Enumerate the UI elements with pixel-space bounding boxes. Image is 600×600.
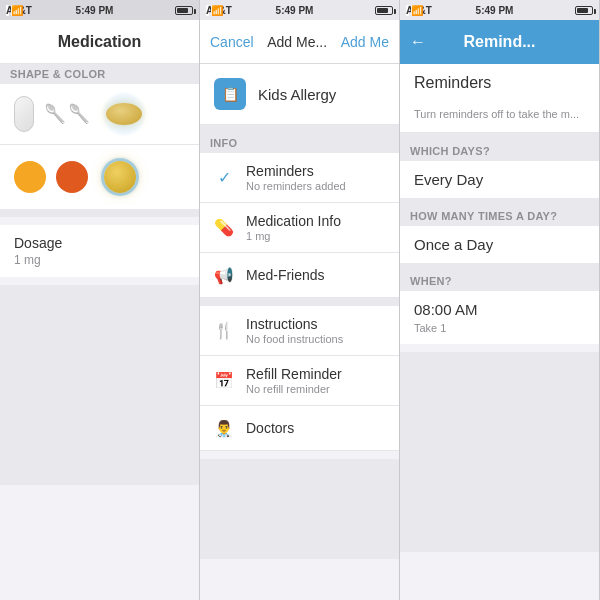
refill-icon: 📅 [212,369,236,393]
time-2: 5:49 PM [276,5,314,16]
battery-1 [175,6,193,15]
color-yellow-selected[interactable] [98,155,142,199]
reminders-item[interactable]: ✓ Reminders No reminders added [200,153,399,203]
time-3: 5:49 PM [476,5,514,16]
back-arrow-3: ← [410,33,426,51]
refill-title: Refill Reminder [246,366,387,382]
when-header: WHEN? [400,271,599,291]
nav-title-2: Add Me... [267,34,327,50]
med-info-icon: 💊 [212,216,236,240]
refill-subtitle: No refill reminder [246,383,387,395]
refill-item[interactable]: 📅 Refill Reminder No refill reminder [200,356,399,406]
dosage-value: 1 mg [14,253,185,267]
which-days-value[interactable]: Every Day [400,161,599,198]
cancel-button[interactable]: Cancel [210,34,254,50]
med-info-subtitle: 1 mg [246,230,387,242]
reminders-subtitle: No reminders added [246,180,387,192]
signal-1: AT&T 📶 [6,5,14,16]
when-sub: Take 1 [400,320,599,344]
add-button[interactable]: Add Me [341,34,389,50]
med-icon: 📋 [214,78,246,110]
content-1: SHAPE & COLOR 🥄 🥄 [0,64,199,600]
spoon-icon[interactable]: 🥄 🥄 [44,103,90,125]
med-info-item[interactable]: 💊 Medication Info 1 mg [200,203,399,253]
shape-color-header: SHAPE & COLOR [0,64,199,84]
battery-3 [575,6,593,15]
battery-2 [375,6,393,15]
med-info-text: Medication Info 1 mg [246,213,387,242]
bottom-area-1 [0,285,199,485]
spacer-1 [0,209,199,217]
spacer-3a [400,133,599,141]
nav-bar-2: Cancel Add Me... Add Me [200,20,399,64]
when-time-block[interactable]: 08:00 AM [400,291,599,320]
wifi-icon-2: 📶 [211,5,214,16]
doctors-item[interactable]: 👨‍⚕️ Doctors [200,406,399,451]
instructions-item[interactable]: 🍴 Instructions No food instructions [200,306,399,356]
panel-reminders: AT&T 📶 5:49 PM ← Remind... Reminders Tur… [400,0,600,600]
nav-bar-1: ← Medication [0,20,199,64]
panel-medication: AT&T 📶 5:49 PM ← Medication SHAPE & COLO… [0,0,200,600]
med-info-title: Medication Info [246,213,387,229]
doctors-text: Doctors [246,420,387,436]
reminders-icon: ✓ [212,166,236,190]
oval-yellow-glow[interactable] [100,97,148,131]
nav-title-3: Remind... [400,33,599,51]
carrier-3: AT&T [406,5,409,16]
reminders-desc: Turn reminders off to take the m... [400,102,599,133]
pill-shape[interactable] [14,96,34,132]
refill-text: Refill Reminder No refill reminder [246,366,387,395]
time-1: 5:49 PM [76,5,114,16]
panel-add-medication: AT&T 📶 5:49 PM Cancel Add Me... Add Me 📋… [200,0,400,600]
status-bar-2: AT&T 📶 5:49 PM [200,0,399,20]
med-friends-icon: 📢 [212,263,236,287]
shapes-row: 🥄 🥄 [0,84,199,145]
carrier-1: AT&T [6,5,9,16]
med-friends-item[interactable]: 📢 Med-Friends [200,253,399,298]
when-time-value: 08:00 AM [414,301,585,318]
reminders-section-title: Reminders [400,64,599,102]
reminders-title: Reminders [246,163,387,179]
med-icon-symbol: 📋 [222,86,239,102]
instructions-subtitle: No food instructions [246,333,387,345]
shape-color-section: 🥄 🥄 [0,84,199,209]
content-2: 📋 Kids Allergy INFO ✓ Reminders No remin… [200,64,399,600]
med-name-text: Kids Allergy [258,86,336,103]
carrier-2: AT&T [206,5,209,16]
dosage-label: Dosage [14,235,185,251]
back-button-1[interactable]: ← [10,33,26,51]
spacer-3b [400,198,599,206]
bottom-area-3 [400,352,599,552]
doctors-title: Doctors [246,420,387,436]
status-bar-3: AT&T 📶 5:49 PM [400,0,599,20]
instructions-icon: 🍴 [212,319,236,343]
spacer-3c [400,263,599,271]
color-orange[interactable] [14,161,46,193]
info-header: INFO [200,133,399,153]
med-friends-text: Med-Friends [246,267,387,283]
nav-title-1: Medication [0,33,199,51]
color-red-orange[interactable] [56,161,88,193]
signal-3: AT&T 📶 [406,5,414,16]
dosage-section: Dosage 1 mg [0,225,199,277]
content-3: Reminders Turn reminders off to take the… [400,64,599,600]
doctors-icon: 👨‍⚕️ [212,416,236,440]
instructions-title: Instructions [246,316,387,332]
colors-row [0,145,199,209]
status-bar-1: AT&T 📶 5:49 PM [0,0,199,20]
nav-bar-3: ← Remind... [400,20,599,64]
spacer-2b [200,298,399,306]
wifi-icon-3: 📶 [411,5,414,16]
wifi-icon-1: 📶 [11,5,14,16]
how-many-header: HOW MANY TIMES A DAY? [400,206,599,226]
med-friends-title: Med-Friends [246,267,387,283]
which-days-header: WHICH DAYS? [400,141,599,161]
reminders-text: Reminders No reminders added [246,163,387,192]
signal-2: AT&T 📶 [206,5,214,16]
spacer-2a [200,125,399,133]
med-name-block[interactable]: 📋 Kids Allergy [200,64,399,125]
back-button-3[interactable]: ← [410,33,426,51]
back-arrow-1: ← [10,33,26,51]
bottom-area-2 [200,459,399,559]
how-many-value[interactable]: Once a Day [400,226,599,263]
